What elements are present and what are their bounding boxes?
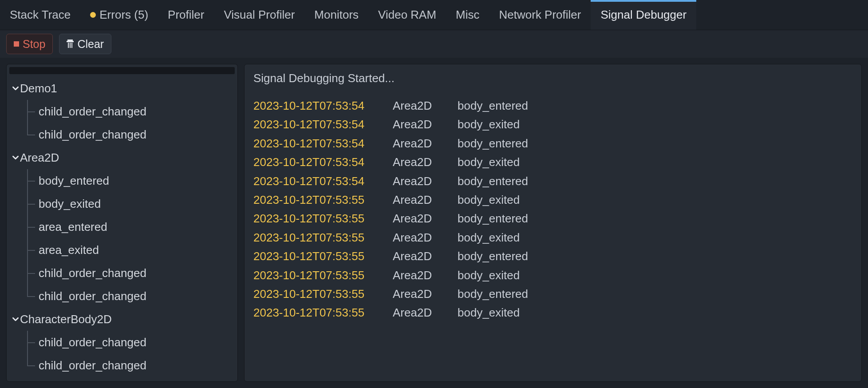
log-source: Area2D [393, 98, 442, 114]
svg-rect-2 [68, 43, 69, 48]
tab-video-ram[interactable]: Video RAM [368, 0, 446, 30]
tab-label: Monitors [314, 8, 359, 22]
tree-signal-item[interactable]: body_exited [11, 192, 233, 215]
log-signal: body_entered [458, 286, 528, 302]
tree-signal-item[interactable]: child_order_changed [11, 100, 233, 123]
log-source: Area2D [393, 267, 442, 283]
log-source: Area2D [393, 192, 442, 208]
tab-bar: Stack TraceErrors (5)ProfilerVisual Prof… [0, 0, 868, 30]
tree-branch-icon [23, 215, 39, 238]
log-row: 2023-10-12T07:53:55Area2Dbody_entered [253, 248, 852, 264]
log-signal: body_entered [458, 248, 528, 264]
tree-signal-label: child_order_changed [39, 266, 146, 280]
log-row: 2023-10-12T07:53:54Area2Dbody_entered [253, 173, 852, 189]
tree-branch-icon [23, 354, 39, 377]
tab-misc[interactable]: Misc [446, 0, 489, 30]
tree-signal-item[interactable]: body_entered [11, 169, 233, 192]
log-row: 2023-10-12T07:53:54Area2Dbody_exited [253, 116, 852, 132]
tree-node-characterbody2d[interactable]: CharacterBody2D [11, 308, 233, 331]
tree-signal-item[interactable]: child_order_changed [11, 123, 233, 146]
clear-button-label: Clear [77, 38, 104, 51]
log-timestamp: 2023-10-12T07:53:54 [253, 154, 378, 170]
log-signal: body_entered [458, 210, 528, 226]
tab-label: Stack Trace [10, 8, 71, 22]
tab-label: Signal Debugger [600, 8, 687, 22]
tab-visual-profiler[interactable]: Visual Profiler [214, 0, 304, 30]
tree-branch-icon [23, 238, 39, 261]
log-row: 2023-10-12T07:53:54Area2Dbody_entered [253, 98, 852, 114]
tree-header-strip [9, 67, 235, 74]
tree-node-area2d[interactable]: Area2D [11, 146, 233, 169]
log-timestamp: 2023-10-12T07:53:55 [253, 305, 378, 321]
clear-icon [67, 40, 74, 48]
tree-signal-label: area_entered [39, 220, 107, 234]
log-timestamp: 2023-10-12T07:53:55 [253, 286, 378, 302]
log-signal: body_exited [458, 154, 520, 170]
svg-rect-4 [71, 43, 72, 48]
log-signal: body_exited [458, 230, 520, 245]
log-title: Signal Debugging Started... [253, 71, 852, 85]
log-timestamp: 2023-10-12T07:53:55 [253, 230, 378, 245]
log-source: Area2D [393, 248, 442, 264]
tree-branch-icon [23, 123, 39, 146]
log-source: Area2D [393, 210, 442, 226]
tab-monitors[interactable]: Monitors [304, 0, 368, 30]
log-signal: body_entered [458, 135, 528, 151]
tab-label: Profiler [168, 8, 204, 22]
tab-errors-5[interactable]: Errors (5) [80, 0, 158, 30]
log-source: Area2D [393, 305, 442, 321]
tree-node-demo1[interactable]: Demo1 [11, 77, 233, 100]
tab-signal-debugger[interactable]: Signal Debugger [591, 0, 696, 30]
svg-rect-0 [67, 40, 73, 41]
tree-branch-icon [23, 331, 39, 354]
stop-button[interactable]: Stop [6, 34, 53, 54]
log-row: 2023-10-12T07:53:54Area2Dbody_entered [253, 135, 852, 151]
tree-signal-label: body_entered [39, 174, 109, 188]
log-timestamp: 2023-10-12T07:53:55 [253, 210, 378, 226]
tree-signal-item[interactable]: child_order_changed [11, 354, 233, 377]
tab-label: Video RAM [378, 8, 436, 22]
stop-icon [14, 41, 19, 47]
tree-signal-item[interactable]: area_exited [11, 238, 233, 261]
tab-profiler[interactable]: Profiler [158, 0, 214, 30]
log-signal: body_exited [458, 192, 520, 208]
log-source: Area2D [393, 230, 442, 245]
debugger-root: Stack TraceErrors (5)ProfilerVisual Prof… [0, 0, 868, 388]
tab-label: Network Profiler [499, 8, 581, 22]
log-source: Area2D [393, 135, 442, 151]
tab-stack-trace[interactable]: Stack Trace [0, 0, 80, 30]
log-timestamp: 2023-10-12T07:53:54 [253, 98, 378, 114]
tree-branch-icon [23, 192, 39, 215]
tree-branch-icon [23, 285, 39, 308]
chevron-down-icon [11, 316, 20, 322]
tab-network-profiler[interactable]: Network Profiler [489, 0, 591, 30]
log-timestamp: 2023-10-12T07:53:55 [253, 248, 378, 264]
tree-signal-item[interactable]: child_order_changed [11, 285, 233, 308]
tree-signal-label: child_order_changed [39, 359, 146, 372]
log-row: 2023-10-12T07:53:55Area2Dbody_exited [253, 305, 852, 321]
tree-signal-label: child_order_changed [39, 289, 146, 303]
tree-signal-item[interactable]: child_order_changed [11, 331, 233, 354]
log-signal: body_exited [458, 305, 520, 321]
tree-signal-label: body_exited [39, 197, 101, 211]
clear-button[interactable]: Clear [59, 34, 111, 54]
log-rows: 2023-10-12T07:53:54Area2Dbody_entered202… [253, 98, 852, 321]
tree-node-label: Area2D [20, 151, 59, 165]
toolbar: Stop Clear [0, 30, 868, 58]
tree-signal-item[interactable]: area_entered [11, 215, 233, 238]
stop-button-label: Stop [23, 38, 45, 51]
log-row: 2023-10-12T07:53:55Area2Dbody_entered [253, 210, 852, 226]
log-signal: body_entered [458, 173, 528, 189]
signal-tree-panel: Demo1child_order_changedchild_order_chan… [6, 64, 238, 382]
tab-label: Errors (5) [99, 8, 148, 22]
tree-node-label: Demo1 [20, 82, 57, 95]
tree-signal-item[interactable]: child_order_changed [11, 261, 233, 285]
signal-log-panel: Signal Debugging Started... 2023-10-12T0… [244, 64, 862, 382]
log-source: Area2D [393, 154, 442, 170]
tab-label: Visual Profiler [224, 8, 295, 22]
tree-signal-label: area_exited [39, 243, 99, 257]
tree-node-label: CharacterBody2D [20, 313, 112, 326]
body-row: Demo1child_order_changedchild_order_chan… [0, 58, 868, 388]
tree-signal-label: child_order_changed [39, 336, 146, 349]
log-row: 2023-10-12T07:53:55Area2Dbody_exited [253, 230, 852, 245]
